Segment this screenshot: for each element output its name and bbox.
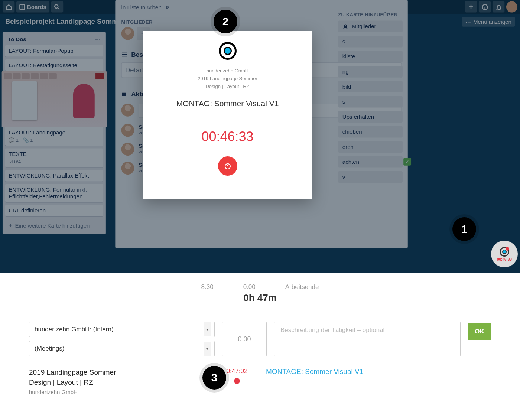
user-avatar[interactable] — [506, 1, 517, 12]
timer-modal: hundertzehn GmbH 2019 Landingpage Sommer… — [143, 31, 312, 199]
timer-running-icon[interactable] — [234, 378, 240, 384]
card-action-button[interactable]: s — [338, 96, 403, 107]
timer-task: MONTAG: Sommer Visual V1 — [143, 99, 312, 108]
list-title: To Dos — [8, 36, 26, 42]
ok-button[interactable]: OK — [468, 323, 491, 340]
card-item[interactable]: LAYOUT: Bestätigungsseite — [5, 59, 103, 71]
attachment-icon: 📎 1 — [23, 138, 33, 143]
add-card-button[interactable]: ＋ Eine weitere Karte hinzufügen — [5, 219, 103, 232]
service-select[interactable]: (Meetings) — [29, 341, 215, 356]
svg-point-1 — [55, 4, 58, 8]
moco-eye-icon — [500, 247, 509, 257]
comment-icon: 💬 1 — [9, 138, 19, 143]
card-action-button[interactable]: Mitglieder — [338, 21, 403, 32]
member-avatar — [121, 162, 134, 175]
notifications-button[interactable] — [493, 1, 504, 12]
card-item[interactable]: ENTWICKLUNG: Parallax Effekt — [5, 170, 103, 181]
step-badge-3: 3 — [202, 366, 226, 390]
work-break-time: 0:00 — [243, 283, 256, 291]
in-list-text: in Liste In Arbeit 👁 — [121, 4, 402, 11]
card-action-button[interactable]: Ups erhalten — [338, 111, 403, 123]
card-cover-image — [2, 71, 107, 127]
list-menu-icon[interactable]: ⋯ — [95, 36, 101, 42]
timer-project: 2019 Landingpage Sommer — [143, 75, 312, 83]
time-tracking-panel: 8:30 0:00 Arbeitsende 0h 47m hundertzehn… — [0, 273, 520, 420]
member-avatar — [121, 143, 134, 156]
card-action-button[interactable]: ng — [338, 66, 403, 77]
member-avatar — [121, 124, 134, 137]
card-action-button[interactable]: chieben — [338, 126, 403, 137]
card-title: TEXTE — [9, 151, 100, 157]
moco-logo-icon — [219, 42, 237, 60]
search-button[interactable] — [51, 1, 63, 12]
step-badge-1: 1 — [452, 217, 476, 241]
member-avatar — [121, 104, 134, 117]
member-avatar[interactable] — [121, 27, 134, 40]
checklist-icon: ☑ 0/4 — [9, 159, 21, 165]
card-action-button[interactable]: bild — [338, 81, 403, 92]
step-badge-2: 2 — [214, 10, 237, 33]
floating-timer-widget[interactable]: 00:46:33 — [491, 241, 518, 267]
work-total-time: 0h 47m — [29, 292, 491, 304]
board-title: Beispielprojekt Landigpage Somm — [5, 17, 118, 25]
add-to-card-label: ZU KARTE HINZUFÜGEN — [338, 12, 403, 17]
list-todos: To Dos⋯ LAYOUT: Formular-Popup LAYOUT: B… — [3, 32, 106, 234]
entry-task[interactable]: MONTAGE: Sommer Visual V1 — [259, 368, 491, 376]
card-item[interactable]: ENTWICKLUNG: Formular inkl. Pflichtfelde… — [5, 184, 103, 202]
card-action-button[interactable]: achten — [338, 156, 403, 167]
info-button[interactable] — [479, 1, 491, 12]
card-item[interactable]: TEXTE ☑ 0/4 — [5, 149, 103, 167]
duration-input[interactable]: 0:00 — [222, 322, 267, 356]
work-start-time: 8:30 — [201, 283, 214, 291]
floating-timer-time: 00:46:33 — [497, 257, 512, 261]
entry-service: Design | Layout | RZ — [29, 378, 215, 388]
card-action-button[interactable]: v — [338, 171, 403, 183]
timer-elapsed: 00:46:33 — [143, 129, 312, 144]
activity-icon: ≣ — [121, 90, 127, 98]
client-project-select[interactable]: hundertzehn GmbH: (Intern) — [29, 322, 215, 337]
stop-timer-button[interactable] — [218, 156, 237, 176]
description-icon: ☰ — [121, 50, 127, 58]
create-button[interactable] — [465, 1, 477, 12]
timer-service: Design | Layout | RZ — [143, 83, 312, 91]
card-item[interactable]: LAYOUT: Landingpage 💬 1 📎 1 — [5, 71, 103, 146]
card-item[interactable]: URL definieren — [5, 205, 103, 216]
boards-button[interactable]: Boards — [16, 1, 49, 12]
entry-project: 2019 Landingpage Sommer — [29, 368, 215, 378]
card-action-button[interactable]: kliste — [338, 51, 403, 62]
show-menu-button[interactable]: ⋯ Menü anzeigen — [462, 17, 515, 27]
card-action-button[interactable]: eren — [338, 141, 403, 153]
entry-company: hundertzehn GmbH — [29, 389, 215, 395]
description-input[interactable]: Beschreibung der Tätigkeit – optional — [274, 322, 461, 356]
card-action-button[interactable]: s — [338, 36, 403, 47]
timer-company: hundertzehn GmbH — [143, 67, 312, 75]
card-item[interactable]: LAYOUT: Formular-Popup — [5, 45, 103, 57]
card-title: LAYOUT: Landingpage — [9, 130, 100, 136]
svg-point-3 — [344, 25, 347, 27]
home-button[interactable] — [3, 1, 14, 12]
work-end-label: Arbeitsende — [285, 283, 319, 291]
